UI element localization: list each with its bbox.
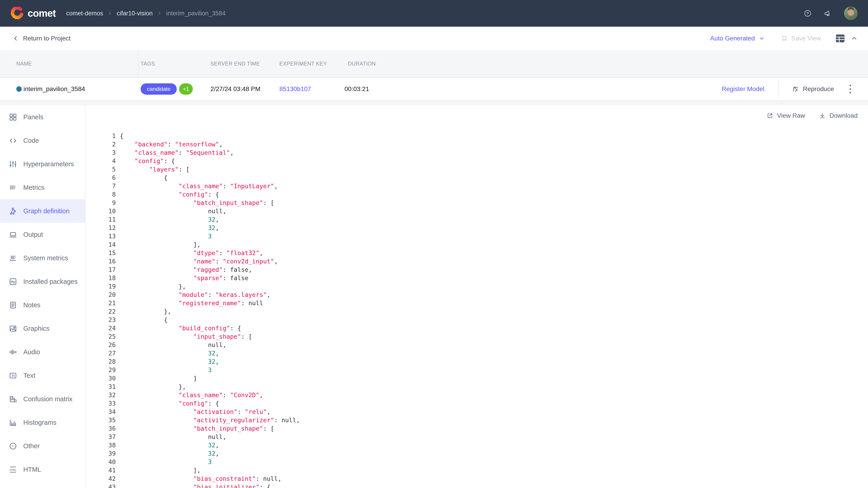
sidebar-item-panels[interactable]: Panels [0, 105, 85, 129]
comet-logo-icon [11, 7, 24, 20]
sidebar-item-metrics[interactable]: Metrics [0, 176, 85, 199]
code-line: 1{ [86, 132, 868, 140]
code-line: 8 "config": { [86, 190, 868, 199]
column-header-server-end-time: SERVER END TIME [211, 61, 260, 67]
code-line: 23 { [86, 316, 868, 324]
graph-nodes-icon [9, 207, 17, 215]
code-line: 30 ] [86, 374, 868, 383]
top-navbar: comet comet-demos cifar10-vision interim… [0, 0, 868, 27]
code-line: 7 "class_name": "InputLayer", [86, 182, 868, 190]
chevron-down-icon [759, 35, 765, 41]
row-menu-icon[interactable] [848, 84, 852, 95]
notes-icon [9, 301, 17, 309]
code-line: 9 "batch_input_shape": [ [86, 199, 868, 207]
experiment-toolbar: Return to Project Auto Generated Save Vi… [0, 27, 868, 50]
ellipsis-circle-icon [9, 442, 17, 450]
sidebar-item-label: Panels [23, 113, 43, 121]
sidebar-item-confusion-matrix[interactable]: Confusion matrix [0, 387, 85, 411]
breadcrumb-project[interactable]: cifar10-vision [117, 10, 153, 17]
python-packages-icon: Py [9, 278, 17, 286]
sidebar-item-html[interactable]: HTML HTML [0, 458, 85, 481]
code-line: 34 "activation": "relu", [86, 408, 868, 416]
sidebar-item-label: System metrics [23, 254, 68, 262]
svg-text:HTML: HTML [10, 468, 17, 471]
section-gap [0, 101, 868, 105]
sidebar-item-output[interactable]: Output [0, 223, 85, 246]
sidebar-item-text[interactable]: Tt Text [0, 364, 85, 387]
code-line: 28 32, [86, 357, 868, 366]
bookmark-icon [781, 35, 788, 42]
code-actions: View Raw Download [767, 105, 868, 126]
text-icon: Tt [9, 371, 17, 380]
sidebar-item-notes[interactable]: Notes [0, 293, 85, 317]
breadcrumb: comet-demos cifar10-vision interim_pavil… [66, 10, 225, 17]
collapse-header-icon[interactable] [851, 35, 858, 42]
sidebar-item-system-metrics[interactable]: System metrics [0, 246, 85, 270]
sidebar-item-graph-definition[interactable]: Graph definition [0, 199, 85, 223]
experiment-key-link[interactable]: 85130b107 [279, 86, 311, 93]
table-view-icon[interactable] [835, 34, 845, 43]
tag-more-count[interactable]: +1 [179, 84, 193, 95]
code-line: 37 null, [86, 433, 868, 441]
return-to-project-label: Return to Project [23, 35, 70, 42]
download-button[interactable]: Download [819, 112, 858, 119]
code-line: 40 3 [86, 458, 868, 466]
code-lines: 1{2 "backend": "tensorflow",3 "class_nam… [86, 132, 868, 488]
sidebar-item-label: Notes [23, 301, 40, 309]
code-line: 39 32, [86, 449, 868, 458]
chevron-right-icon [107, 11, 112, 15]
code-line: 21 "registered_name": null [86, 299, 868, 307]
code-line: 3 "class_name": "Sequential", [86, 149, 868, 157]
user-avatar[interactable] [844, 6, 858, 20]
app: comet comet-demos cifar10-vision interim… [0, 0, 868, 488]
experiment-name[interactable]: interim_pavilion_3584 [24, 86, 85, 93]
view-selector-dropdown[interactable]: Auto Generated [710, 35, 765, 42]
sidebar-item-hyperparameters[interactable]: Hyperparameters [0, 152, 85, 176]
register-model-button[interactable]: Register Model [722, 86, 764, 93]
svg-text:Tt: Tt [11, 374, 15, 378]
view-raw-button[interactable]: View Raw [767, 112, 805, 119]
code-line: 42 "bias_constraint": null, [86, 475, 868, 483]
code-line: 6 { [86, 173, 868, 182]
sidebar-item-histograms[interactable]: Histograms [0, 411, 85, 434]
code-line: 33 "config": { [86, 399, 868, 408]
code-line: 38 32, [86, 441, 868, 449]
code-line: 29 3 [86, 366, 868, 374]
experiment-sidebar: Panels Code Hyperparameters [0, 105, 86, 488]
sidebar-item-audio[interactable]: Audio [0, 340, 85, 364]
tag-candidate[interactable]: candidate [141, 84, 177, 95]
return-to-project-button[interactable]: Return to Project [13, 35, 70, 42]
sidebar-item-other[interactable]: Other [0, 434, 85, 458]
sidebar-item-label: Audio [23, 348, 40, 356]
help-icon[interactable]: ? [804, 9, 811, 17]
terminal-output-icon [9, 230, 17, 239]
reproduce-button[interactable]: Reproduce [792, 85, 834, 93]
code-line: 24 "build_config": { [86, 324, 868, 332]
code-line: 10 null, [86, 207, 868, 215]
sidebar-item-installed-packages[interactable]: Py Installed packages [0, 270, 85, 293]
sidebar-item-label: Other [23, 442, 40, 450]
view-selector-value: Auto Generated [710, 35, 755, 42]
duration-value: 00:03:21 [344, 86, 369, 93]
code-line: 35 "activity_regularizer": null, [86, 416, 868, 424]
sidebar-item-graphics[interactable]: Graphics [0, 317, 85, 340]
sidebar-item-code[interactable]: Code [0, 129, 85, 152]
code-line: 4 "config": { [86, 157, 868, 165]
system-metrics-icon [9, 254, 17, 262]
code-line: 16 "name": "conv2d_input", [86, 257, 868, 265]
breadcrumb-workspace[interactable]: comet-demos [66, 10, 103, 17]
experiments-table-header: NAME TAGS SERVER END TIME EXPERIMENT KEY… [0, 50, 868, 78]
save-view-button[interactable]: Save View [781, 35, 821, 42]
graph-definition-panel: View Raw Download 1{2 "backend": "tensor… [86, 105, 868, 488]
panels-icon [9, 113, 17, 121]
announcements-icon[interactable] [824, 9, 832, 18]
histogram-icon [9, 418, 17, 427]
code-line: 32 "class_name": "Conv2D", [86, 391, 868, 399]
image-icon [9, 324, 17, 333]
sliders-icon [9, 160, 17, 168]
chevron-right-icon [157, 11, 162, 15]
code-line: 2 "backend": "tensorflow", [86, 140, 868, 149]
code-line: 15 "dtype": "float32", [86, 249, 868, 257]
code-line: 26 null, [86, 341, 868, 349]
code-icon [9, 136, 17, 145]
